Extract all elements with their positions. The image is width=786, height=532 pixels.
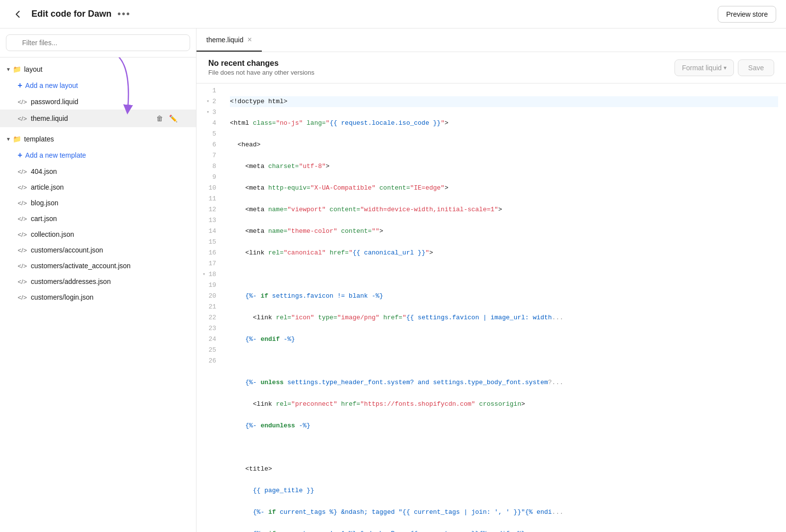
tab-close-button[interactable]: × [248, 36, 252, 44]
file-code-icon-6: </> [18, 215, 27, 223]
ln-9: 9 [196, 172, 216, 183]
code-line-16: {%- endunless -%} [230, 420, 778, 431]
file-item-password-liquid[interactable]: </> password.liquid [0, 94, 196, 110]
layout-folder-icon: 📁 [13, 65, 21, 73]
more-options-button[interactable]: ••• [117, 8, 131, 20]
file-item-customers-addresses[interactable]: </> customers/addresses.json [0, 274, 196, 289]
ln-11: 11 [196, 194, 216, 204]
editor-panel: theme.liquid × No recent changes File do… [196, 28, 786, 532]
code-line-9 [230, 269, 778, 280]
ln-17: 17 [196, 258, 216, 269]
file-item-404[interactable]: </> 404.json [0, 164, 196, 179]
tab-theme-liquid[interactable]: theme.liquid × [196, 28, 262, 52]
sidebar: ☰ ▾ 📁 layout + Add a new layout </> pass… [0, 28, 196, 532]
filter-bar: ☰ [0, 28, 196, 57]
add-layout-link[interactable]: + Add a new layout [0, 77, 196, 94]
topbar-left: Edit code for Dawn ••• [10, 6, 131, 22]
main-layout: ☰ ▾ 📁 layout + Add a new layout </> pass… [0, 28, 786, 532]
add-layout-label: Add a new layout [25, 82, 78, 89]
file-item-collection[interactable]: </> collection.json [0, 226, 196, 242]
code-line-7: <meta name="theme-color" content=""> [230, 226, 778, 237]
add-layout-plus-icon: + [18, 81, 22, 90]
add-template-plus-icon: + [18, 151, 22, 160]
file-item-customers-activate[interactable]: </> customers/activate_account.json [0, 258, 196, 274]
ln-26: 26 [196, 356, 216, 366]
format-liquid-button: Format liquid ▾ [674, 59, 734, 76]
file-code-icon-4: </> [18, 184, 27, 191]
delete-file-button[interactable]: 🗑 [155, 113, 164, 123]
code-editor[interactable]: 1 ▾2 ▾3 4 5 6 7 8 9 10 11 12 13 14 15 16… [196, 84, 786, 532]
code-line-21: {%- if current_page != 1 %} &ndash; Page… [230, 529, 778, 532]
file-code-icon-8: </> [18, 247, 27, 254]
code-line-15: <link rel="preconnect" href="https://fon… [230, 399, 778, 410]
topbar: Edit code for Dawn ••• Preview store [0, 0, 786, 28]
ln-19: 19 [196, 280, 216, 291]
tab-label: theme.liquid [206, 36, 244, 44]
code-line-2: <html class="no-js" lang="{{ request.loc… [230, 118, 778, 129]
ln-18: ▾18 [196, 269, 216, 280]
file-code-icon: </> [18, 98, 27, 106]
add-template-link[interactable]: + Add a new template [0, 147, 196, 164]
file-item-customers-account[interactable]: </> customers/account.json [0, 242, 196, 258]
code-line-17 [230, 442, 778, 453]
edit-file-button[interactable]: ✏️ [168, 113, 178, 123]
file-item-theme-liquid[interactable]: </> theme.liquid 🗑 ✏️ [0, 110, 196, 127]
page-title: Edit code for Dawn [31, 9, 112, 19]
code-line-8: <link rel="canonical" href="{{ canonical… [230, 248, 778, 258]
code-line-13 [230, 356, 778, 366]
file-item-cart[interactable]: </> cart.json [0, 211, 196, 226]
code-line-3: <head> [230, 140, 778, 150]
code-line-12: {%- endif -%} [230, 334, 778, 345]
status-info: No recent changes File does not have any… [208, 59, 314, 76]
ln-6: 6 [196, 140, 216, 150]
ln-8: 8 [196, 161, 216, 172]
file-item-customers-login[interactable]: </> customers/login.json [0, 289, 196, 305]
file-label-customers-addresses: customers/addresses.json [31, 278, 178, 285]
code-line-18: <title> [230, 464, 778, 475]
file-code-icon-11: </> [18, 294, 27, 301]
templates-folder-icon: 📁 [13, 135, 21, 143]
file-item-blog[interactable]: </> blog.json [0, 195, 196, 211]
ln-20: 20 [196, 291, 216, 302]
back-button[interactable] [10, 6, 26, 22]
file-label-customers-activate: customers/activate_account.json [31, 262, 178, 270]
code-line-1: <!doctype html> [230, 96, 778, 107]
ln-14: 14 [196, 226, 216, 237]
ln-10: 10 [196, 183, 216, 194]
file-label-404: 404.json [31, 168, 178, 175]
templates-section-header[interactable]: ▾ 📁 templates [0, 131, 196, 147]
code-content[interactable]: <!doctype html> <html class="no-js" lang… [222, 84, 786, 532]
ln-24: 24 [196, 334, 216, 345]
ln-7: 7 [196, 150, 216, 161]
format-liquid-label: Format liquid [682, 64, 722, 72]
layout-chevron-icon: ▾ [7, 66, 10, 73]
layout-section-label: layout [24, 65, 42, 73]
add-template-label: Add a new template [25, 151, 86, 159]
status-title: No recent changes [208, 59, 314, 68]
file-code-icon-9: </> [18, 262, 27, 270]
line-numbers: 1 ▾2 ▾3 4 5 6 7 8 9 10 11 12 13 14 15 16… [196, 84, 222, 532]
templates-section-label: templates [24, 135, 54, 143]
status-actions: Format liquid ▾ Save [674, 59, 774, 76]
ln-21: 21 [196, 302, 216, 312]
file-label-customers-account: customers/account.json [31, 246, 178, 254]
file-code-icon-3: </> [18, 168, 27, 175]
file-item-article[interactable]: </> article.json [0, 179, 196, 195]
ln-25: 25 [196, 345, 216, 356]
layout-section-header[interactable]: ▾ 📁 layout [0, 61, 196, 77]
tab-bar: theme.liquid × [196, 28, 786, 52]
preview-store-button[interactable]: Preview store [718, 6, 776, 23]
file-label-article: article.json [31, 183, 178, 191]
file-label-cart: cart.json [31, 215, 178, 223]
ln-5: 5 [196, 129, 216, 140]
code-line-5: <meta http-equiv="X-UA-Compatible" conte… [230, 183, 778, 194]
status-subtitle: File does not have any other versions [208, 69, 314, 76]
file-actions: 🗑 ✏️ [155, 113, 178, 123]
file-code-icon-5: </> [18, 199, 27, 207]
ln-16: 16 [196, 248, 216, 258]
templates-chevron-icon: ▾ [7, 136, 10, 142]
code-line-4: <meta charset="utf-8"> [230, 161, 778, 172]
code-line-6: <meta name="viewport" content="width=dev… [230, 204, 778, 215]
filter-input[interactable] [6, 34, 190, 51]
ln-12: 12 [196, 204, 216, 215]
